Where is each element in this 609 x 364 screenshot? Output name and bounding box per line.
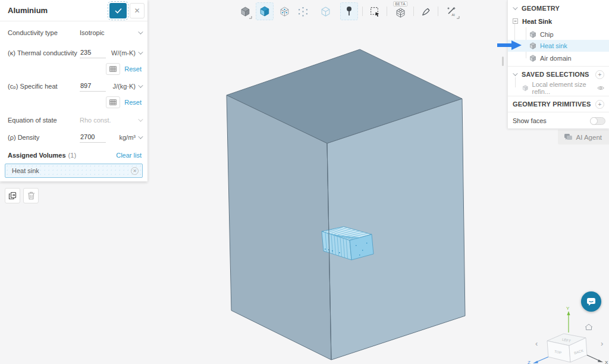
section-divider [508, 66, 609, 67]
chevron-down-icon [138, 134, 143, 139]
orientation-cube-faces[interactable] [547, 334, 587, 362]
add-primitive-button[interactable]: + [595, 100, 604, 109]
chat-bubble-icon [586, 297, 596, 306]
rotate-left-chevron[interactable]: ‹ [535, 339, 538, 348]
table-icon [109, 66, 117, 72]
section-divider [508, 112, 609, 112]
specific-heat-label: (cₚ) Specific heat [8, 83, 80, 90]
tree-item-label: Air domain [540, 55, 572, 62]
equation-of-state-label: Equation of state [8, 117, 80, 124]
tree-item-air-domain[interactable]: Air domain [508, 53, 609, 64]
table-input-button[interactable] [106, 96, 120, 108]
thermal-conductivity-unit-select[interactable]: W/(m-K) [111, 49, 142, 57]
home-view-icon[interactable] [585, 324, 592, 330]
thermal-reset-link[interactable]: Reset [124, 65, 142, 73]
specific-heat-unit-select[interactable]: J/(kg·K) [113, 83, 142, 90]
eye-icon[interactable] [597, 85, 604, 91]
conductivity-type-value: Isotropic [80, 29, 105, 36]
ai-agent-label: AI Agent [576, 134, 602, 141]
assigned-volume-name: Heat sink [12, 167, 39, 174]
panel-header: Aluminium ✕ [0, 0, 147, 21]
clear-list-link[interactable]: Clear list [116, 152, 142, 159]
unit-value: kg/m³ [120, 134, 136, 141]
add-saved-selection-button[interactable]: + [595, 70, 604, 79]
svg-text:AI: AI [452, 13, 456, 17]
toolbar-separator [387, 7, 387, 16]
specific-heat-input[interactable]: 897 [80, 81, 106, 92]
panel-collapse-handle[interactable] [502, 57, 504, 66]
show-faces-row: Show faces [508, 115, 609, 127]
tree-item-heat-sink-selected[interactable]: Heat sink [508, 40, 609, 52]
chevron-down-icon [138, 49, 143, 54]
geometry-tree-panel: GEOMETRY Heat Sink Chip Heat sink Air do… [507, 0, 609, 128]
conductivity-type-select[interactable]: Isotropic [80, 29, 142, 36]
remove-assignment-icon[interactable]: ✕ [131, 167, 139, 175]
x-axis-label: X [605, 360, 608, 364]
assigned-volumes-count: (1) [68, 152, 76, 159]
geometry-primitives-header[interactable]: GEOMETRY PRIMITIVES + [508, 99, 609, 109]
sketch-pen-icon[interactable] [418, 3, 434, 20]
delete-material-button[interactable] [23, 188, 39, 203]
show-faces-label: Show faces [513, 117, 547, 124]
saved-selections-label: SAVED SELECTIONS [522, 71, 589, 78]
geometry-primitives-label: GEOMETRY PRIMITIVES [513, 101, 591, 108]
volume-cube-icon [529, 55, 536, 62]
chat-icon [564, 133, 573, 141]
panel-title: Aluminium [8, 6, 109, 15]
unit-value: W/(m-K) [111, 49, 136, 57]
select-volume-icon[interactable] [237, 3, 253, 20]
toolbar-separator [413, 7, 414, 16]
support-chat-button[interactable] [581, 291, 601, 312]
chevron-down-icon [513, 71, 517, 76]
mesh-cube-beta-icon[interactable]: BETA [391, 3, 409, 20]
viewport-toolbar: BETA AI [237, 1, 460, 21]
air-domain-box [227, 49, 465, 360]
select-face-icon[interactable] [277, 3, 292, 20]
tree-root-label: Heat Sink [522, 18, 552, 25]
tree-item-label: Heat sink [540, 42, 567, 49]
volume-cube-icon [529, 31, 536, 38]
rotate-right-chevron[interactable]: › [601, 339, 603, 348]
chevron-down-icon [138, 83, 143, 87]
tree-root-heat-sink[interactable]: Heat Sink [508, 16, 609, 26]
chevron-down-icon [513, 5, 517, 10]
view-cube-icon[interactable] [318, 3, 333, 20]
density-label: (ρ) Density [8, 134, 80, 141]
assigned-volume-chip[interactable]: Heat sink ✕ [5, 164, 143, 178]
beta-badge: BETA [393, 1, 407, 7]
toggle-knob [590, 117, 598, 125]
select-vertex-icon[interactable] [295, 3, 310, 20]
material-properties-panel: Aluminium ✕ Conductivity type Isotropic … [0, 0, 147, 181]
density-unit-select[interactable]: kg/m³ [120, 134, 142, 141]
equation-of-state-select[interactable]: Rho const. [80, 117, 142, 124]
toolbar-separator [362, 7, 363, 16]
select-volume-active-icon[interactable] [256, 2, 274, 20]
assigned-volumes-label: Assigned Volumes [8, 152, 66, 159]
y-axis-label: Y [566, 306, 570, 311]
tree-item-chip[interactable]: Chip [508, 29, 609, 40]
chevron-down-icon [138, 117, 143, 121]
table-input-button[interactable] [106, 63, 120, 75]
geometry-section-label: GEOMETRY [522, 5, 560, 12]
trash-icon [27, 192, 35, 200]
collapse-icon[interactable] [513, 18, 518, 24]
show-faces-toggle[interactable] [590, 117, 605, 125]
ai-agent-button[interactable]: AI Agent [558, 130, 609, 145]
close-panel-button[interactable]: ✕ [130, 3, 145, 18]
toolbar-separator [438, 7, 438, 16]
duplicate-material-button[interactable] [5, 188, 20, 203]
apply-button[interactable] [109, 3, 127, 18]
specific-heat-reset-link[interactable]: Reset [124, 99, 142, 106]
thermal-conductivity-input[interactable]: 235 [80, 48, 106, 58]
thermal-conductivity-label: (κ) Thermal conductivity [8, 49, 80, 57]
box-select-icon[interactable] [367, 3, 382, 20]
chevron-down-icon [138, 29, 143, 34]
saved-selections-header[interactable]: SAVED SELECTIONS + [508, 69, 609, 80]
volume-cube-icon [529, 42, 536, 49]
saved-selection-item[interactable]: Local element size refin... [508, 83, 609, 93]
density-input[interactable]: 2700 [80, 132, 106, 143]
probe-point-icon[interactable] [340, 2, 358, 20]
ai-tools-icon[interactable]: AI [442, 3, 460, 20]
check-icon [115, 8, 122, 14]
geometry-section-header[interactable]: GEOMETRY [508, 3, 609, 14]
